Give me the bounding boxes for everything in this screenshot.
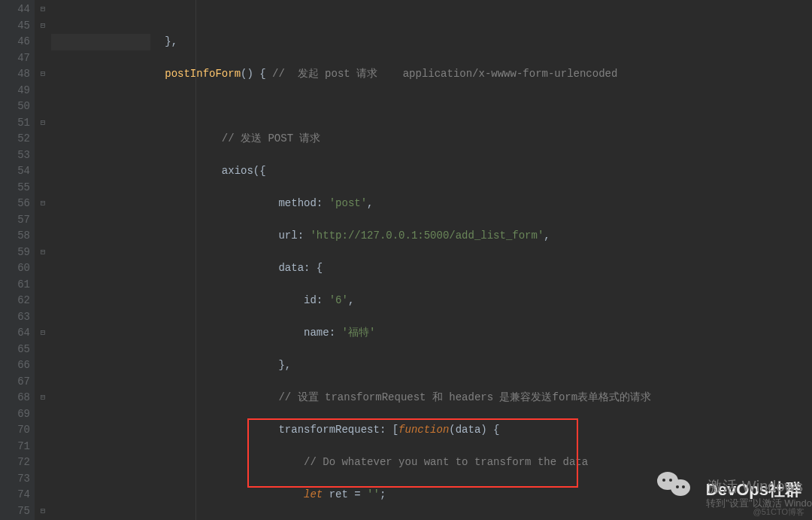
code-line: method: 'post',: [51, 196, 812, 212]
fold-marker[interactable]: [35, 212, 51, 229]
fold-marker[interactable]: ⊟: [35, 2, 51, 18]
fold-marker[interactable]: [35, 309, 51, 326]
fold-marker[interactable]: ⊟: [35, 66, 51, 83]
ln: 61: [0, 277, 30, 293]
code-line: [51, 99, 812, 115]
ln: 47: [0, 50, 30, 67]
indent-guide: [195, 0, 196, 520]
code-line: let ret = '';: [51, 487, 812, 503]
ln: 53: [0, 147, 30, 164]
ln: 55: [0, 180, 30, 196]
fold-marker[interactable]: ⊟: [35, 503, 51, 520]
ln: 68: [0, 390, 30, 406]
fold-marker[interactable]: [35, 99, 51, 115]
fold-marker[interactable]: [35, 357, 51, 374]
fold-marker[interactable]: ⊟: [35, 115, 51, 132]
ln: 48: [0, 66, 30, 83]
ln: 59: [0, 245, 30, 261]
code-line: transformRequest: [function(data) {: [51, 422, 812, 439]
fold-marker[interactable]: [35, 147, 51, 164]
blog-watermark: @51CTO博客: [753, 504, 804, 521]
fold-marker[interactable]: [35, 374, 51, 391]
ln: 56: [0, 196, 30, 212]
fold-marker[interactable]: [35, 228, 51, 245]
ln: 67: [0, 374, 30, 391]
fold-marker[interactable]: [35, 83, 51, 99]
fold-marker[interactable]: ⊟: [35, 245, 51, 261]
code-line: url: 'http://127.0.0.1:5000/add_list_for…: [51, 228, 812, 245]
ln: 58: [0, 228, 30, 245]
fold-marker[interactable]: ⊟: [35, 390, 51, 406]
ln: 64: [0, 325, 30, 342]
fold-marker[interactable]: ⊟: [35, 325, 51, 342]
fold-marker[interactable]: ⊟: [35, 18, 51, 35]
fold-marker[interactable]: [35, 293, 51, 309]
ln: 62: [0, 293, 30, 309]
ln: 50: [0, 99, 30, 115]
line-number-gutter: 44 45 46 47 48 49 50 51 52 53 54 55 56 5…: [0, 0, 35, 520]
ln: 75: [0, 503, 30, 520]
fold-marker[interactable]: [35, 471, 51, 488]
ln: 52: [0, 131, 30, 147]
code-line: axios({: [51, 163, 812, 180]
fold-marker[interactable]: [35, 487, 51, 503]
fold-marker[interactable]: [35, 455, 51, 471]
fold-marker[interactable]: [35, 439, 51, 455]
ln: 66: [0, 357, 30, 374]
fold-gutter: ⊟ ⊟ ⊟ ⊟ ⊟ ⊟ ⊟ ⊟ ⊟: [35, 0, 51, 520]
ln: 74: [0, 487, 30, 503]
code-line: },: [51, 357, 812, 374]
code-line: name: '福特': [51, 325, 812, 342]
ln: 49: [0, 83, 30, 99]
ln: 60: [0, 260, 30, 277]
fold-marker[interactable]: [35, 163, 51, 180]
ln: 70: [0, 422, 30, 439]
fold-marker[interactable]: [35, 277, 51, 293]
ln: 69: [0, 406, 30, 423]
code-line: postInfoForm() { // 发起 post 请求 applicati…: [51, 66, 812, 83]
ln: 65: [0, 342, 30, 358]
fold-marker[interactable]: [35, 180, 51, 196]
ln: 54: [0, 163, 30, 180]
code-line: // Do whatever you want to transform the…: [51, 455, 812, 471]
ln: 71: [0, 439, 30, 455]
code-line: // 设置 transformRequest 和 headers 是兼容发送fo…: [51, 390, 812, 406]
code-line: data: {: [51, 260, 812, 277]
windows-activation-watermark: 激活 Windows: [707, 479, 803, 495]
fold-marker[interactable]: [35, 342, 51, 358]
code-line: },: [51, 34, 150, 50]
ln: 63: [0, 309, 30, 326]
ln: 44: [0, 2, 30, 18]
fold-marker[interactable]: [35, 131, 51, 147]
ln: 72: [0, 455, 30, 471]
code-editor: 44 45 46 47 48 49 50 51 52 53 54 55 56 5…: [0, 0, 812, 520]
fold-marker[interactable]: ⊟: [35, 196, 51, 212]
fold-marker[interactable]: [35, 406, 51, 423]
code-line: id: '6',: [51, 293, 812, 309]
fold-marker[interactable]: [35, 260, 51, 277]
code-area[interactable]: }, postInfoForm() { // 发起 post 请求 applic…: [51, 0, 812, 520]
wechat-icon: [657, 472, 693, 497]
fold-marker[interactable]: [35, 50, 51, 67]
ln: 51: [0, 115, 30, 132]
fold-marker[interactable]: [35, 34, 51, 50]
ln: 45: [0, 18, 30, 35]
ln: 57: [0, 212, 30, 229]
ln: 46: [0, 34, 30, 50]
code-line: // 发送 POST 请求: [51, 131, 812, 147]
ln: 73: [0, 471, 30, 488]
fold-marker[interactable]: [35, 422, 51, 439]
